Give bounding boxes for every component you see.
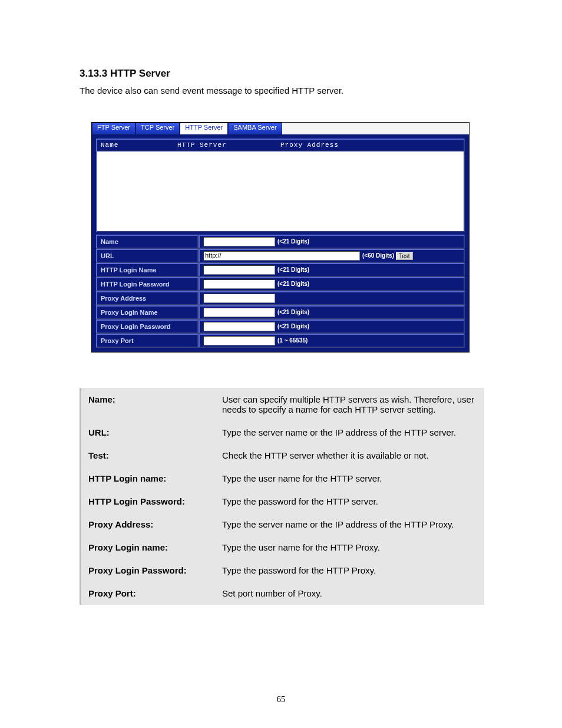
desc-value: Type the password for the HTTP server.	[215, 490, 484, 513]
field-label: URL	[96, 249, 199, 263]
field-hint: (<60 Digits)	[362, 252, 394, 259]
desc-key: Test:	[81, 444, 216, 467]
section-intro: The device also can send event message t…	[80, 85, 485, 95]
desc-value: Set port number of Proxy.	[215, 582, 484, 605]
config-screenshot: FTP ServerTCP ServerHTTP ServerSAMBA Ser…	[91, 122, 470, 353]
desc-key: HTTP Login Password:	[81, 490, 216, 513]
field-hint: (1 ~ 65535)	[277, 337, 308, 344]
list-header-http: HTTP Server	[177, 141, 280, 149]
tab-samba-server[interactable]: SAMBA Server	[228, 123, 282, 134]
form-table: Name(<21 Digits)URLhttp://(<60 Digits)Te…	[96, 235, 465, 348]
desc-key: Proxy Address:	[81, 513, 216, 536]
text-input[interactable]	[203, 265, 275, 275]
field-cell: (1 ~ 65535)	[199, 334, 465, 348]
field-cell: (<21 Digits)	[199, 277, 465, 291]
text-input[interactable]	[203, 308, 275, 317]
list-body[interactable]	[97, 151, 464, 231]
desc-value: Type the server name or the IP address o…	[215, 513, 484, 536]
field-label: Name	[96, 235, 199, 249]
field-label: Proxy Port	[96, 334, 199, 348]
page-number: 65	[0, 694, 562, 704]
text-input[interactable]	[203, 322, 275, 331]
field-label: HTTP Login Name	[96, 263, 199, 277]
desc-value: Type the user name for the HTTP Proxy.	[215, 536, 484, 559]
list-header-name: Name	[101, 141, 177, 149]
test-button[interactable]: Test	[396, 252, 412, 260]
field-cell: (<21 Digits)	[199, 235, 465, 249]
server-list: Name HTTP Server Proxy Address	[96, 139, 465, 232]
text-input[interactable]	[203, 336, 275, 345]
text-input[interactable]	[203, 237, 275, 246]
field-hint: (<21 Digits)	[277, 281, 309, 287]
desc-key: Name:	[81, 388, 216, 421]
list-header-proxy: Proxy Address	[280, 141, 460, 149]
desc-value: Type the user name for the HTTP server.	[215, 467, 484, 490]
section-heading: 3.13.3 HTTP Server	[80, 68, 485, 80]
list-header: Name HTTP Server Proxy Address	[97, 140, 464, 151]
tab-ftp-server[interactable]: FTP Server	[92, 123, 135, 134]
tab-tcp-server[interactable]: TCP Server	[135, 123, 180, 134]
desc-value: User can specify multiple HTTP servers a…	[215, 388, 484, 421]
desc-value: Type the server name or the IP address o…	[215, 421, 484, 444]
field-label: Proxy Login Name	[96, 305, 199, 319]
field-label: Proxy Login Password	[96, 319, 199, 334]
description-table: Name:User can specify multiple HTTP serv…	[80, 388, 485, 605]
desc-key: Proxy Port:	[81, 582, 216, 605]
field-label: Proxy Address	[96, 291, 199, 305]
field-cell	[199, 291, 465, 305]
field-hint: (<21 Digits)	[277, 309, 309, 315]
field-hint: (<21 Digits)	[277, 238, 309, 245]
desc-key: HTTP Login name:	[81, 467, 216, 490]
field-cell: (<21 Digits)	[199, 305, 465, 319]
field-label: HTTP Login Password	[96, 277, 199, 291]
text-input[interactable]: http://	[203, 251, 360, 261]
desc-key: URL:	[81, 421, 216, 444]
tab-bar: FTP ServerTCP ServerHTTP ServerSAMBA Ser…	[92, 123, 469, 134]
field-cell: (<21 Digits)	[199, 263, 465, 277]
desc-key: Proxy Login Password:	[81, 559, 216, 582]
tab-http-server[interactable]: HTTP Server	[180, 123, 228, 134]
desc-value: Type the password for the HTTP Proxy.	[215, 559, 484, 582]
field-hint: (<21 Digits)	[277, 266, 309, 273]
field-cell: http://(<60 Digits)Test	[199, 249, 465, 263]
field-hint: (<21 Digits)	[277, 323, 309, 330]
desc-key: Proxy Login name:	[81, 536, 216, 559]
config-panel: Name HTTP Server Proxy Address Name(<21 …	[92, 134, 469, 352]
text-input[interactable]	[203, 294, 275, 303]
text-input[interactable]	[203, 279, 275, 289]
desc-value: Check the HTTP server whether it is avai…	[215, 444, 484, 467]
field-cell: (<21 Digits)	[199, 319, 465, 334]
